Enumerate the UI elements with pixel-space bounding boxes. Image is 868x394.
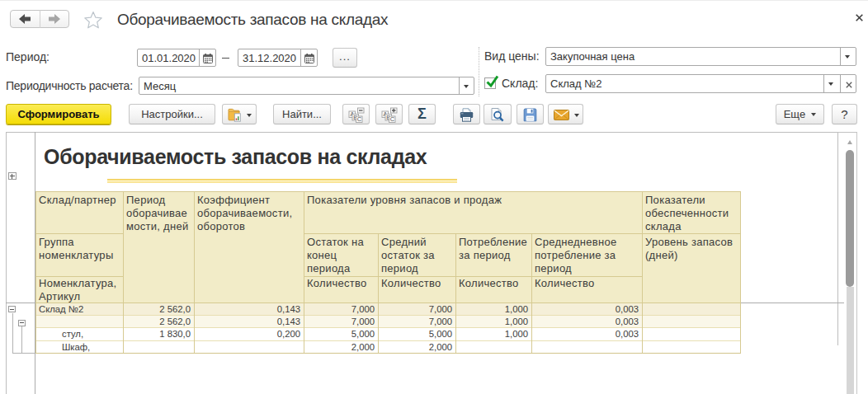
svg-text:C: C xyxy=(390,115,395,123)
svg-text:C: C xyxy=(357,115,362,123)
